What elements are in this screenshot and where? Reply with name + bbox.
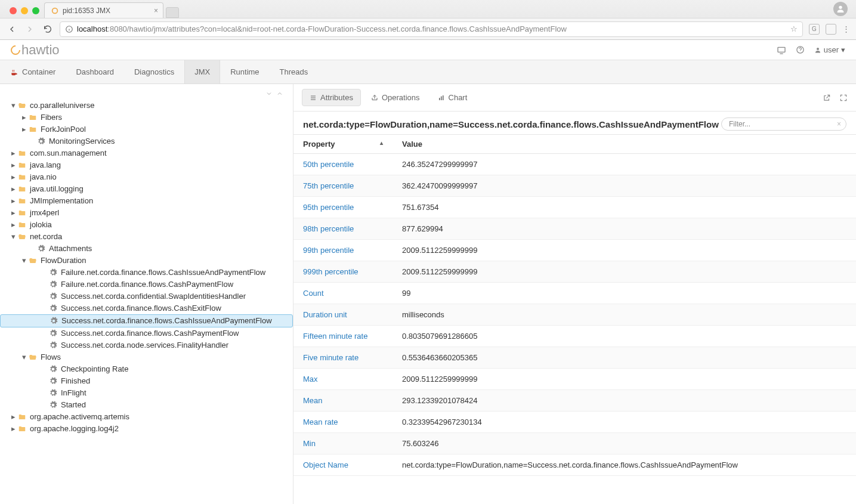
attr-key[interactable]: Object Name — [293, 454, 395, 476]
window-close-icon[interactable] — [10, 7, 17, 14]
table-row[interactable]: Mean293.12339201078424 — [293, 390, 856, 412]
tree-node-fd-success-cashissueandpayment[interactable]: Success.net.corda.finance.flows.CashIssu… — [0, 314, 293, 327]
attr-key[interactable]: Duration unit — [293, 304, 395, 326]
browser-reload-button[interactable] — [42, 24, 54, 34]
chevron-right-icon: ▸ — [10, 149, 17, 157]
tree-node-fd-failure-cashissueandpayment[interactable]: Failure.net.corda.finance.flows.CashIssu… — [0, 267, 293, 279]
tree-node-net-corda[interactable]: ▾net.corda — [0, 231, 293, 243]
tree-node-finished[interactable]: Finished — [0, 375, 293, 387]
tab-threads[interactable]: Threads — [270, 60, 319, 84]
attr-key[interactable]: Count — [293, 283, 395, 304]
tree-node-fd-success-finalityhandler[interactable]: Success.net.corda.node.services.Finality… — [0, 339, 293, 351]
table-row[interactable]: Count99 — [293, 283, 856, 304]
table-row[interactable]: Fifteen minute rate0.8035079691286605 — [293, 326, 856, 347]
tree-node-org-apache-logging-log4j2[interactable]: ▸org.apache.logging.log4j2 — [0, 423, 293, 435]
new-tab-button[interactable] — [166, 7, 179, 18]
site-info-icon[interactable] — [65, 25, 73, 33]
tree-node-jolokia[interactable]: ▸jolokia — [0, 219, 293, 231]
browser-forward-button[interactable] — [24, 24, 36, 34]
table-row[interactable]: 95th percentile751.67354 — [293, 197, 856, 218]
profile-avatar-icon[interactable] — [833, 2, 848, 16]
tree-node-inflight[interactable]: InFlight — [0, 387, 293, 399]
attr-key[interactable]: 98th percentile — [293, 218, 395, 240]
filter-clear-icon[interactable]: × — [837, 120, 841, 128]
subtab-operations[interactable]: Operations — [363, 89, 428, 106]
tree-node-java-lang[interactable]: ▸java.lang — [0, 159, 293, 171]
brand-logo[interactable]: hawtio — [11, 42, 60, 58]
filter-input[interactable]: Filter... × — [721, 118, 846, 131]
help-icon[interactable] — [796, 45, 805, 54]
tree-node-started[interactable]: Started — [0, 399, 293, 411]
attr-key[interactable]: 99th percentile — [293, 240, 395, 261]
tree-node-fd-failure-cashpayment[interactable]: Failure.net.corda.finance.flows.CashPaym… — [0, 279, 293, 290]
window-maximize-icon[interactable] — [32, 7, 39, 14]
column-value[interactable]: Value — [395, 135, 856, 154]
jmx-tree-sidebar: ▾co.paralleluniverse ▸Fibers ▸ForkJoinPo… — [0, 84, 293, 504]
tab-runtime[interactable]: Runtime — [220, 60, 269, 84]
tree-node-org-apache-activemq-artemis[interactable]: ▸org.apache.activemq.artemis — [0, 411, 293, 423]
tree-node-java-util-logging[interactable]: ▸java.util.logging — [0, 183, 293, 195]
tree-node-java-nio[interactable]: ▸java.nio — [0, 171, 293, 183]
extension-box-icon[interactable] — [826, 24, 836, 35]
collapse-all-icon[interactable] — [276, 90, 283, 97]
tree-node-flows[interactable]: ▾Flows — [0, 351, 293, 363]
tree-node-fd-success-swapidentities[interactable]: Success.net.corda.confidential.SwapIdent… — [0, 290, 293, 302]
chevron-right-icon: ▸ — [10, 160, 17, 169]
tab-jmx[interactable]: JMX — [184, 60, 220, 84]
tree-node-attachments[interactable]: Attachments — [0, 243, 293, 255]
browser-tab[interactable]: pid:16353 JMX × — [44, 2, 163, 18]
tree-node-co-paralleluniverse[interactable]: ▾co.paralleluniverse — [0, 100, 293, 112]
attr-key[interactable]: 50th percentile — [293, 154, 395, 175]
table-row[interactable]: Min75.603246 — [293, 433, 856, 454]
tree-node-monitoringservices[interactable]: MonitoringServices — [0, 135, 293, 147]
fullscreen-icon[interactable] — [839, 94, 848, 102]
subtab-chart[interactable]: Chart — [430, 89, 475, 106]
tab-close-icon[interactable]: × — [154, 7, 158, 15]
tree-node-jmx4perl[interactable]: ▸jmx4perl — [0, 207, 293, 219]
window-minimize-icon[interactable] — [21, 7, 28, 14]
external-link-icon[interactable] — [823, 94, 831, 102]
browser-menu-icon[interactable]: ⋮ — [842, 24, 850, 33]
attr-key[interactable]: Five minute rate — [293, 347, 395, 369]
tab-diagnostics[interactable]: Diagnostics — [124, 60, 184, 84]
tree-node-checkpointing-rate[interactable]: Checkpointing Rate — [0, 363, 293, 375]
column-property[interactable]: Property▴ — [293, 135, 395, 154]
tab-container[interactable]: Container — [0, 60, 66, 84]
user-menu[interactable]: user ▾ — [814, 45, 845, 54]
subtab-attributes[interactable]: Attributes — [302, 89, 361, 106]
gear-icon — [37, 245, 45, 253]
tree-node-fd-success-cashpayment[interactable]: Success.net.corda.finance.flows.CashPaym… — [0, 327, 293, 339]
attr-key[interactable]: Mean — [293, 390, 395, 412]
extension-g-icon[interactable]: G — [809, 24, 820, 35]
tree-node-flowduration[interactable]: ▾FlowDuration — [0, 255, 293, 267]
url-input[interactable]: localhost:8080/hawtio/jmx/attributes?con… — [60, 21, 803, 37]
table-row[interactable]: Max2009.5112259999999 — [293, 369, 856, 390]
table-row[interactable]: Object Namenet.corda:type=FlowDuration,n… — [293, 454, 856, 476]
table-row[interactable]: Mean rate0.32339542967230134 — [293, 412, 856, 433]
table-row[interactable]: 999th percentile2009.5112259999999 — [293, 261, 856, 283]
tree-node-com-sun-management[interactable]: ▸com.sun.management — [0, 147, 293, 159]
attr-key[interactable]: 95th percentile — [293, 197, 395, 218]
browser-back-button[interactable] — [6, 24, 18, 34]
table-row[interactable]: 98th percentile877.629994 — [293, 218, 856, 240]
attr-key[interactable]: 75th percentile — [293, 175, 395, 197]
tree-node-forkjoinpool[interactable]: ▸ForkJoinPool — [0, 123, 293, 135]
expand-all-icon[interactable] — [265, 90, 273, 97]
table-row[interactable]: 75th percentile362.42470099999997 — [293, 175, 856, 197]
tree-node-jmimplementation[interactable]: ▸JMImplementation — [0, 195, 293, 207]
attr-key[interactable]: Max — [293, 369, 395, 390]
attr-key[interactable]: 999th percentile — [293, 261, 395, 283]
tree-node-fd-success-cashexit[interactable]: Success.net.corda.finance.flows.CashExit… — [0, 302, 293, 314]
attr-key[interactable]: Fifteen minute rate — [293, 326, 395, 347]
attr-key[interactable]: Min — [293, 433, 395, 454]
tree-node-fibers[interactable]: ▸Fibers — [0, 112, 293, 123]
table-row[interactable]: 99th percentile2009.5112259999999 — [293, 240, 856, 261]
chevron-right-icon: ▸ — [10, 196, 17, 205]
desktop-view-icon[interactable] — [777, 46, 786, 54]
attr-key[interactable]: Mean rate — [293, 412, 395, 433]
bookmark-star-icon[interactable]: ☆ — [790, 24, 798, 33]
table-row[interactable]: 50th percentile246.35247299999997 — [293, 154, 856, 175]
tab-dashboard[interactable]: Dashboard — [66, 60, 124, 84]
table-row[interactable]: Duration unitmilliseconds — [293, 304, 856, 326]
table-row[interactable]: Five minute rate0.5536463660205365 — [293, 347, 856, 369]
